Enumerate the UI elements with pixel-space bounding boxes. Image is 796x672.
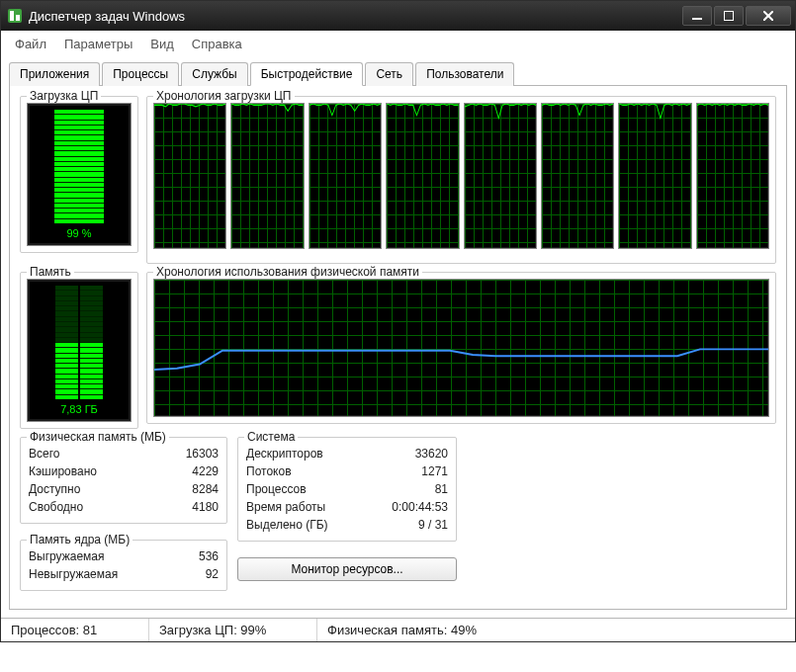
cpu-history-core-4 (386, 103, 459, 249)
physmem-total-value: 16303 (157, 446, 219, 462)
cpu-gauge-legend: Загрузка ЦП (27, 89, 101, 103)
window-title: Диспетчер задач Windows (29, 9, 682, 24)
svg-rect-2 (16, 15, 20, 21)
memory-gauge-group: Память 7,83 ГБ (20, 272, 138, 429)
system-uptime-value: 0:00:44:53 (367, 499, 448, 515)
system-handles-label: Дескрипторов (246, 446, 365, 462)
cpu-history-group: Хронология загрузки ЦП (146, 96, 776, 264)
menu-help[interactable]: Справка (184, 35, 250, 53)
task-manager-window: Диспетчер задач Windows Файл Параметры В… (0, 0, 796, 642)
svg-rect-3 (692, 18, 702, 20)
cpu-gauge-bar (54, 110, 104, 223)
tab-users[interactable]: Пользователи (415, 62, 514, 86)
kernel-nonpaged-label: Невыгружаемая (29, 566, 182, 582)
cpu-gauge-group: Загрузка ЦП 99 % (20, 96, 138, 253)
system-commit-value: 9 / 31 (367, 517, 448, 533)
cpu-history-core-7 (618, 103, 691, 249)
tab-networking[interactable]: Сеть (365, 62, 413, 86)
system-threads-label: Потоков (246, 463, 365, 479)
system-commit-label: Выделено (ГБ) (246, 517, 365, 533)
maximize-button[interactable] (714, 6, 744, 26)
system-uptime-label: Время работы (246, 499, 365, 515)
system-threads-value: 1271 (367, 463, 448, 479)
cpu-history-core-5 (464, 103, 537, 249)
statusbar: Процессов: 81 Загрузка ЦП: 99% Физическа… (1, 618, 795, 641)
kernel-memory-legend: Память ядра (МБ) (27, 533, 133, 546)
physical-memory-group: Физическая память (МБ) Всего16303 Кэширо… (20, 437, 227, 524)
status-cpu: Загрузка ЦП: 99% (149, 619, 317, 641)
physmem-total-label: Всего (29, 446, 155, 462)
resource-monitor-button[interactable]: Монитор ресурсов... (237, 557, 457, 581)
system-procs-value: 81 (367, 481, 448, 497)
kernel-paged-label: Выгружаемая (29, 548, 182, 564)
physmem-free-value: 4180 (157, 499, 219, 515)
tab-applications[interactable]: Приложения (9, 62, 100, 86)
cpu-history-core-1 (153, 103, 226, 249)
physical-memory-legend: Физическая память (МБ) (27, 430, 169, 444)
menu-view[interactable]: Вид (142, 35, 182, 53)
system-legend: Система (244, 430, 298, 444)
close-button[interactable] (746, 6, 791, 26)
menubar: Файл Параметры Вид Справка (1, 31, 795, 57)
memory-history-legend: Хронология использования физической памя… (153, 265, 422, 279)
system-handles-value: 33620 (367, 446, 448, 462)
memory-gauge-value: 7,83 ГБ (60, 403, 98, 415)
kernel-memory-group: Память ядра (МБ) Выгружаемая536 Невыгруж… (20, 540, 227, 591)
minimize-button[interactable] (682, 6, 712, 26)
performance-panel: Загрузка ЦП 99 % Хронология загрузки ЦП (9, 86, 787, 610)
kernel-paged-value: 536 (184, 548, 219, 564)
cpu-history-core-3 (309, 103, 382, 249)
memory-history-graph (153, 279, 769, 417)
kernel-nonpaged-value: 92 (184, 566, 219, 582)
svg-rect-4 (724, 11, 734, 21)
menu-options[interactable]: Параметры (56, 35, 140, 53)
tab-processes[interactable]: Процессы (102, 62, 179, 86)
tab-performance[interactable]: Быстродействие (250, 62, 364, 86)
cpu-history-core-6 (541, 103, 614, 249)
cpu-history-core-8 (696, 103, 769, 249)
physmem-avail-label: Доступно (29, 481, 155, 497)
status-memory: Физическая память: 49% (317, 619, 795, 641)
physmem-free-label: Свободно (29, 499, 155, 515)
cpu-gauge-value: 99 % (66, 227, 91, 239)
system-group: Система Дескрипторов33620 Потоков1271 Пр… (237, 437, 457, 542)
cpu-history-core-2 (230, 103, 304, 249)
tabstrip: Приложения Процессы Службы Быстродействи… (9, 61, 787, 86)
memory-history-group: Хронология использования физической памя… (146, 272, 776, 424)
titlebar[interactable]: Диспетчер задач Windows (1, 1, 795, 31)
physmem-cached-label: Кэшировано (29, 463, 155, 479)
physmem-avail-value: 8284 (157, 481, 219, 497)
tab-services[interactable]: Службы (181, 62, 247, 86)
physmem-cached-value: 4229 (157, 463, 219, 479)
memory-gauge: 7,83 ГБ (27, 279, 132, 422)
status-processes: Процессов: 81 (1, 619, 149, 641)
memory-gauge-legend: Память (27, 265, 74, 279)
app-icon (7, 8, 23, 24)
cpu-gauge: 99 % (27, 103, 132, 246)
menu-file[interactable]: Файл (7, 35, 54, 53)
cpu-history-legend: Хронология загрузки ЦП (153, 89, 295, 103)
system-procs-label: Процессов (246, 481, 365, 497)
svg-rect-1 (10, 11, 14, 21)
